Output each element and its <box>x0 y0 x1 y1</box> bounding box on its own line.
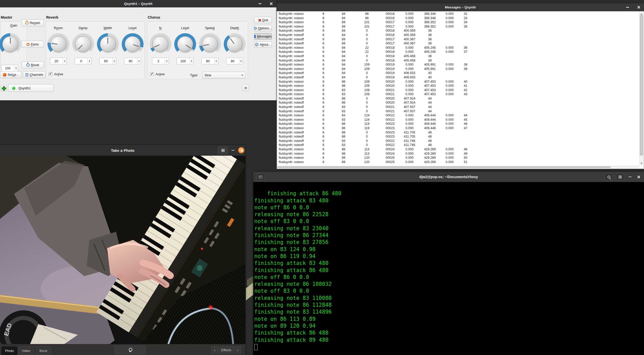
spinner-arrows[interactable] <box>63 58 67 64</box>
reset-button[interactable]: Reset <box>21 62 44 68</box>
gain-spinbox[interactable]: 100 <box>1 65 18 71</box>
knob-dial[interactable] <box>47 33 69 55</box>
engine-tab-qsynth1[interactable]: Qsynth1 <box>8 84 54 92</box>
restart-icon <box>25 21 29 25</box>
restart-button[interactable]: Restart <box>21 19 44 26</box>
knob-dial[interactable] <box>122 33 144 55</box>
knob-dial[interactable] <box>149 33 171 55</box>
terminal-line: finishing note 83 114896 <box>254 309 332 315</box>
red-led <box>209 306 212 309</box>
messages-button[interactable]: Messages <box>254 33 272 40</box>
knob-spinbox[interactable]: 2 <box>152 58 169 64</box>
scrollbar-thumb[interactable] <box>277 166 610 168</box>
camera-mode-tab[interactable]: Video <box>18 347 34 355</box>
knob-spinbox[interactable]: 50 <box>99 58 116 64</box>
webcam-photo: EAD <box>0 156 245 344</box>
reverb-knobs: Room 20 Damp 0 <box>46 21 145 64</box>
terminal-line: note on 83 124 0.98 <box>254 246 315 252</box>
scrollbar-thumb[interactable] <box>640 15 643 155</box>
log-row: fluidsynth: noteon684 86000160.000 398.3… <box>279 16 638 20</box>
webcam-preview: EAD <box>0 156 245 344</box>
close-button[interactable] <box>636 5 641 10</box>
chorus-active-checkbox[interactable]: Active <box>150 72 165 76</box>
minimize-button[interactable] <box>627 174 633 180</box>
log-row: fluidsynth: noteoff684 000019406.933 40 <box>279 75 638 80</box>
log-row: fluidsynth: noteoff684 000018405.458 38 <box>279 54 638 58</box>
messages-titlebar[interactable]: Messages – Qsynth <box>277 3 644 11</box>
knob-spinbox[interactable]: 20 <box>50 58 67 64</box>
scroll-down-icon[interactable] <box>640 163 642 165</box>
spinner-arrows[interactable] <box>165 58 169 64</box>
spinner-arrows[interactable] <box>137 58 141 64</box>
camera-mode-tab[interactable]: Photo <box>2 347 17 355</box>
terminal-line: note off 86 0 0.0 <box>254 204 309 211</box>
search-button[interactable] <box>605 173 613 180</box>
minimize-button[interactable] <box>257 1 263 7</box>
spinner-arrows[interactable] <box>214 58 218 64</box>
qsynth-window-title: Qsynth1 – Qsynth <box>124 2 152 6</box>
engine-tab-close-button[interactable] <box>242 84 249 91</box>
add-engine-button[interactable] <box>1 85 7 91</box>
terminal-line: finishing attack 86 480 <box>254 330 329 336</box>
log-row: fluidsynth: noteon684 109000190.000 405.… <box>279 63 638 67</box>
log-row: fluidsynth: noteoff684 000016400.359 36 <box>279 33 638 37</box>
reverb-active-checkbox[interactable]: Active <box>48 72 63 76</box>
horizontal-scrollbar[interactable] <box>277 166 639 168</box>
channels-button[interactable]: Channels <box>23 71 45 78</box>
vertical-scrollbar[interactable] <box>639 12 643 166</box>
new-terminal-icon <box>259 176 262 178</box>
minimize-button[interactable] <box>230 148 236 153</box>
hamburger-menu-icon <box>618 176 622 178</box>
terminal-line: finishing attack 89 480 <box>254 337 329 343</box>
engine-led-icon <box>12 87 15 90</box>
spinner-arrows[interactable] <box>190 58 193 64</box>
quit-button[interactable]: Quit <box>254 17 272 23</box>
camera-titlebar[interactable]: Take a Photo <box>0 145 245 156</box>
log-row: fluidsynth: noteoff689 000017400.367 36 <box>279 37 638 42</box>
knob-cell: N 2 <box>148 21 173 64</box>
knob-spinbox[interactable]: 0 <box>75 58 92 64</box>
scroll-up-icon[interactable] <box>640 13 642 15</box>
chorus-type-select[interactable]: Sine <box>202 72 246 78</box>
effects-next-button[interactable]: › <box>234 346 241 354</box>
spinner-arrows[interactable] <box>87 58 91 64</box>
log-row: fluidsynth: noteon689 120000250.000 429.… <box>279 156 638 160</box>
knob-dial[interactable] <box>97 33 119 55</box>
about-button[interactable]: i About... <box>254 41 272 48</box>
effects-prev-button[interactable]: ‹ <box>211 346 218 354</box>
knob-spinbox[interactable]: 90 <box>124 58 141 64</box>
effects-button[interactable]: Effects <box>219 346 234 354</box>
chevron-right-icon: › <box>237 348 238 352</box>
take-photo-button[interactable] <box>114 346 146 354</box>
knob-dial[interactable] <box>199 33 221 55</box>
minimize-button[interactable] <box>625 5 630 10</box>
menu-button[interactable] <box>616 173 624 180</box>
gain-knob[interactable] <box>0 33 21 55</box>
close-button[interactable] <box>238 147 244 153</box>
knob-dial[interactable] <box>72 33 94 55</box>
qsynth-titlebar[interactable]: Qsynth1 – Qsynth <box>0 0 276 7</box>
terminal-output[interactable]: finishing attack 86 480 finishing attack… <box>254 183 643 354</box>
knob-spinbox[interactable]: 100 <box>177 58 194 64</box>
knob-dial[interactable] <box>174 33 196 55</box>
camera-menu-button[interactable] <box>218 147 228 154</box>
camera-mode-tab[interactable]: Burst <box>36 347 51 355</box>
spinner-arrows[interactable] <box>112 58 116 64</box>
close-button[interactable] <box>636 174 641 180</box>
minimize-icon <box>626 7 629 8</box>
options-button[interactable]: Options... <box>254 25 272 31</box>
knob-label: Damp <box>79 26 87 31</box>
panic-button[interactable]: Panic <box>21 41 44 48</box>
knob-spinbox[interactable]: 80 <box>201 58 218 64</box>
knob-dial[interactable] <box>224 33 246 55</box>
spinner-arrows[interactable] <box>239 58 243 64</box>
knob-spinbox[interactable]: 80 <box>226 58 243 64</box>
log-row: fluidsynth: noteon683 124000220.000 409.… <box>279 118 638 122</box>
messages-log[interactable]: fluidsynth: noteon684 86000160.000 398.3… <box>277 11 644 169</box>
close-button[interactable] <box>268 1 274 7</box>
gain-spinner-arrows[interactable] <box>14 65 18 71</box>
new-terminal-button[interactable] <box>257 173 265 180</box>
terminal-titlebar[interactable]: djw2@pop-os: ~/Documents/rhosy <box>253 172 644 182</box>
knob-value: 0 <box>75 59 87 63</box>
setup-button[interactable]: Setup... <box>0 71 21 78</box>
